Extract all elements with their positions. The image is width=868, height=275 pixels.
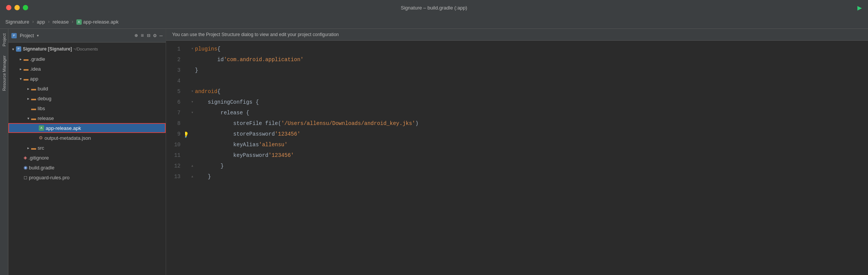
- tab-project[interactable]: Project: [0, 29, 8, 51]
- tree-item-idea[interactable]: ▸ ▬ .idea: [8, 64, 166, 74]
- arrow-src: ▸: [25, 146, 31, 150]
- line-num-13: 13: [166, 171, 181, 182]
- fold-13[interactable]: ▵: [191, 171, 193, 182]
- collapse-button[interactable]: ⊟: [147, 32, 150, 39]
- minimize-panel-button[interactable]: —: [160, 33, 163, 39]
- chevron-down-icon[interactable]: ▾: [37, 33, 39, 38]
- maximize-button[interactable]: [23, 5, 28, 10]
- tree-label-root: Signnature [Signature] ~/Documents: [23, 46, 98, 52]
- code-line-11: ▾ keyPassword '123456': [191, 150, 862, 161]
- code-line-8: ▾ storeFile file( '/Users/allensu/Downlo…: [191, 118, 862, 129]
- add-button[interactable]: ⊕: [135, 32, 138, 39]
- fold-7[interactable]: ▾: [191, 107, 193, 118]
- tree-item-metadata[interactable]: ▸ ⚙ output-metadata.json: [8, 133, 166, 143]
- tree-item-release[interactable]: ▾ ▬ release: [8, 113, 166, 123]
- tree-label-src: src: [38, 145, 44, 151]
- tree-item-proguard[interactable]: ▸ ◻ proguard-rules.pro: [8, 172, 166, 182]
- tree-label-idea: .idea: [30, 66, 41, 72]
- code-line-7: ▾ release {: [191, 107, 862, 118]
- line-num-11: 11: [166, 150, 181, 161]
- tree-item-app[interactable]: ▾ ▬ app: [8, 74, 166, 84]
- info-message: You can use the Project Structure dialog…: [172, 32, 339, 37]
- breadcrumb-app-name[interactable]: Signnature: [5, 19, 29, 25]
- tree-item-gradle-hidden[interactable]: ▸ ▬ .gradle: [8, 54, 166, 64]
- tree-item-debug[interactable]: ▸ ▬ debug: [8, 93, 166, 103]
- tree-item-buildgradle[interactable]: ▸ ◉ build.gradle: [8, 163, 166, 172]
- breadcrumb-filename[interactable]: app-release.apk: [83, 19, 119, 25]
- arrow-debug: ▸: [25, 96, 31, 101]
- code-editor[interactable]: 1 2 3 4 5 6 7 8 9 10 11 12 13 ▾ plugins: [166, 41, 868, 275]
- line-num-12: 12: [166, 161, 181, 171]
- code-line-6: ▾ signingConfigs {: [191, 97, 862, 107]
- tree-item-root[interactable]: ▾ P Signnature [Signature] ~/Documents: [8, 44, 166, 54]
- git-icon: ◈: [24, 155, 27, 160]
- fold-12[interactable]: ▵: [191, 161, 193, 171]
- code-line-9: ▾ 💡 storePassword '123456': [191, 129, 862, 139]
- plain-12: }: [195, 161, 224, 171]
- line-num-8: 8: [166, 118, 181, 129]
- window-title: Signature – build.gradle (:app): [401, 5, 467, 11]
- tree-label-gitignore: .gitignore: [29, 155, 49, 161]
- line-num-3: 3: [166, 65, 181, 76]
- tree-item-gitignore[interactable]: ▸ ◈ .gitignore: [8, 153, 166, 163]
- folder-icon-build: ▬: [31, 86, 36, 92]
- code-line-13: ▵ }: [191, 171, 862, 182]
- apk-file-icon: A: [39, 125, 44, 131]
- file-tree: ▾ P Signnature [Signature] ~/Documents ▸…: [8, 43, 166, 275]
- folder-icon-release: ▬: [31, 115, 36, 121]
- breadcrumb: Signnature › app › release › A app-relea…: [0, 15, 868, 29]
- tree-label-libs: libs: [38, 106, 45, 111]
- plain-8a: storeFile file(: [195, 118, 281, 129]
- tree-item-libs[interactable]: ▸ ▬ libs: [8, 103, 166, 113]
- breadcrumb-sep-2: ›: [47, 19, 50, 25]
- tab-resource-manager[interactable]: Resource Manager: [0, 51, 8, 96]
- tree-label-app: app: [30, 76, 38, 82]
- minimize-button[interactable]: [14, 5, 20, 10]
- tree-label-debug: debug: [38, 96, 51, 101]
- pro-icon: ◻: [24, 175, 27, 180]
- tree-item-src[interactable]: ▸ ▬ src: [8, 143, 166, 153]
- main-content: Project Resource Manager P Project ▾ ⊕ ≡…: [0, 29, 868, 275]
- code-line-1: ▾ plugins {: [191, 44, 862, 54]
- plain-10a: keyAlias: [195, 139, 259, 150]
- close-button[interactable]: [6, 5, 11, 10]
- str-storefile: '/Users/allensu/Downloads/android_key.jk…: [281, 118, 415, 129]
- info-bar: You can use the Project Structure dialog…: [166, 29, 868, 41]
- folder-icon-libs: ▬: [31, 106, 36, 111]
- panel-title: P Project ▾: [11, 33, 39, 38]
- arrow-gradle: ▸: [17, 57, 24, 61]
- line-num-10: 10: [166, 139, 181, 150]
- settings-icon[interactable]: ⚙: [153, 32, 156, 39]
- fold-6[interactable]: ▾: [191, 97, 193, 107]
- folder-icon-app: ▬: [24, 76, 29, 82]
- plain-5: {: [217, 86, 220, 97]
- fold-1[interactable]: ▾: [191, 44, 193, 54]
- list-button[interactable]: ≡: [141, 33, 144, 39]
- json-icon: ⚙: [39, 135, 43, 141]
- breadcrumb-release[interactable]: release: [52, 19, 69, 25]
- tree-label-release: release: [38, 115, 54, 121]
- editor-area: You can use the Project Structure dialog…: [166, 29, 868, 275]
- breadcrumb-sep-3: ›: [71, 19, 74, 25]
- tree-label-gradle: .gradle: [30, 56, 45, 62]
- fold-5[interactable]: ▾: [191, 86, 193, 97]
- plain-9a: storePassword: [195, 129, 275, 139]
- apk-icon: A: [76, 19, 82, 25]
- folder-icon-gradle: ▬: [24, 56, 29, 62]
- run-icon[interactable]: ▶: [857, 3, 862, 13]
- str-keypass: '123456': [268, 150, 294, 161]
- kw-plugins: plugins: [195, 44, 217, 54]
- tree-item-apk[interactable]: ▸ A app-release.apk: [8, 123, 166, 133]
- plain-3: }: [195, 65, 198, 76]
- str-storepass: '123456': [275, 129, 300, 139]
- code-content[interactable]: ▾ plugins { ▾ id 'com.android.applicatio…: [185, 41, 868, 275]
- tree-item-build[interactable]: ▸ ▬ build: [8, 84, 166, 93]
- folder-icon-src: ▬: [31, 145, 36, 151]
- tree-label-apk: app-release.apk: [46, 125, 81, 131]
- plain-11a: keyPassword: [195, 150, 268, 161]
- breadcrumb-app[interactable]: app: [37, 19, 45, 25]
- arrow-build: ▸: [25, 87, 31, 91]
- folder-icon-idea: ▬: [24, 66, 29, 72]
- project-panel: P Project ▾ ⊕ ≡ ⊟ ⚙ — ▾ P Signnature [Si…: [8, 29, 166, 275]
- lightbulb-icon[interactable]: 💡: [185, 130, 189, 141]
